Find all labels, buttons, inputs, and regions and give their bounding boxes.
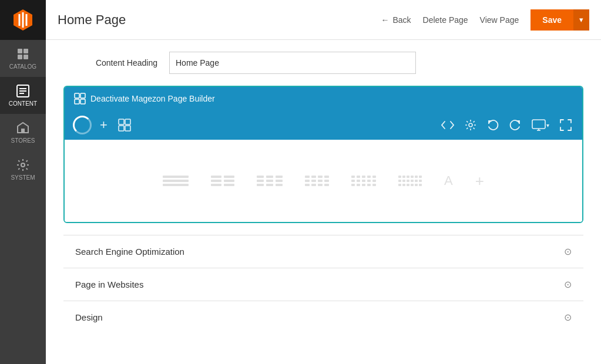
catalog-label: CATALOG [9,63,36,70]
redo-button[interactable] [507,117,523,133]
stores-label: STORES [11,137,35,144]
sidebar-item-catalog[interactable]: CATALOG [0,40,46,77]
svg-rect-5 [19,88,26,89]
layout-6col-button[interactable] [396,173,424,188]
svg-rect-2 [18,55,22,59]
page-builder-header: Deactivate Magezon Page Builder [65,87,582,110]
back-button[interactable]: ← Back [381,15,411,25]
svg-rect-14 [119,119,124,124]
redo-icon [509,119,521,131]
svg-rect-11 [80,93,85,98]
svg-rect-3 [23,55,28,59]
seo-accordion-header[interactable]: Search Engine Optimization ⊙ [63,235,583,268]
sidebar-item-stores[interactable]: STORES [0,114,46,151]
websites-accordion-label: Page in Websites [75,279,143,289]
back-arrow-icon: ← [381,15,389,25]
grid-icon [118,119,131,132]
main-content: Home Page ← Back Delete Page View Page S… [46,0,601,364]
seo-accordion-label: Search Engine Optimization [75,247,184,257]
text-element-button[interactable]: A [442,171,455,191]
deactivate-label: Deactivate Magezon Page Builder [90,94,215,103]
page-builder-toolbar: + [65,110,582,140]
content-label: CONTENT [9,100,37,107]
fullscreen-button[interactable] [558,117,574,133]
text-a-icon: A [444,173,453,188]
settings-button[interactable] [462,117,479,133]
layout-5col-button[interactable] [349,173,378,188]
design-chevron-icon: ⊙ [564,312,572,323]
seo-accordion: Search Engine Optimization ⊙ [63,235,583,268]
svg-rect-12 [75,99,79,104]
system-icon [16,158,30,172]
svg-rect-15 [125,119,130,124]
svg-rect-8 [21,129,25,133]
svg-rect-19 [532,120,545,129]
layout-4col-button[interactable] [303,173,331,188]
websites-chevron-icon: ⊙ [564,279,572,290]
gear-icon [465,119,476,131]
view-page-button[interactable]: View Page [480,15,519,25]
design-accordion: Design ⊙ [63,301,583,333]
save-button[interactable]: Save [531,9,573,31]
add-plus-icon: + [475,172,484,190]
content-heading-row: Content Heading [63,52,583,74]
preview-button[interactable]: ▾ [529,117,552,133]
layout-3col-button[interactable] [254,173,285,188]
loading-circle-icon [73,116,92,134]
code-icon [441,120,454,130]
svg-point-18 [469,123,472,127]
toolbar-right: ▾ [439,117,574,133]
svg-rect-0 [18,49,22,53]
form-area: Content Heading Deactivate Magezon Page … [46,40,601,364]
page-header: Home Page ← Back Delete Page View Page S… [46,0,601,40]
content-heading-input[interactable] [169,52,416,74]
svg-rect-17 [125,126,130,131]
toolbar-left: + [73,115,433,135]
svg-rect-16 [119,126,124,131]
back-label: Back [392,15,411,25]
catalog-icon [16,47,30,61]
save-button-group: Save ▾ [531,9,589,31]
delete-page-button[interactable]: Delete Page [423,15,468,25]
undo-icon [487,119,499,131]
code-editor-button[interactable] [439,118,456,132]
svg-point-9 [21,163,25,167]
sidebar: CATALOG CONTENT STORES SYSTEM [0,0,46,364]
add-element-button[interactable]: + [98,115,110,135]
undo-button[interactable] [485,117,501,133]
design-accordion-header[interactable]: Design ⊙ [63,301,583,333]
sidebar-item-system[interactable]: SYSTEM [0,151,46,188]
sidebar-logo [0,0,46,40]
design-accordion-label: Design [75,312,103,322]
layout-1col-button[interactable] [160,173,191,188]
page-title: Home Page [58,12,381,28]
fullscreen-icon [560,119,572,131]
system-label: SYSTEM [11,174,35,181]
grid-layout-icon [74,93,86,105]
websites-accordion-header[interactable]: Page in Websites ⊙ [63,268,583,301]
layout-button[interactable] [116,116,133,134]
magento-logo-icon [11,8,35,32]
websites-accordion: Page in Websites ⊙ [63,268,583,301]
svg-rect-13 [80,99,85,104]
save-dropdown-button[interactable]: ▾ [573,9,589,31]
desktop-icon [532,119,546,131]
chevron-down-icon: ▾ [579,15,583,24]
svg-rect-1 [23,49,28,53]
preview-dropdown-icon: ▾ [546,122,549,129]
plus-icon: + [100,117,108,133]
svg-rect-10 [75,93,79,98]
add-content-button[interactable]: + [473,170,486,193]
page-builder-container: Deactivate Magezon Page Builder + [63,86,583,223]
header-actions: ← Back Delete Page View Page Save ▾ [381,9,589,31]
layout-2col-button[interactable] [209,173,237,188]
page-builder-canvas: A + [65,140,582,222]
stores-icon [16,121,30,135]
deactivate-page-builder-button[interactable]: Deactivate Magezon Page Builder [65,87,224,110]
svg-rect-7 [19,93,24,94]
seo-chevron-icon: ⊙ [564,246,572,257]
content-icon [16,84,30,98]
sidebar-item-content[interactable]: CONTENT [0,77,46,114]
content-heading-label: Content Heading [63,58,169,68]
svg-rect-6 [19,90,26,92]
